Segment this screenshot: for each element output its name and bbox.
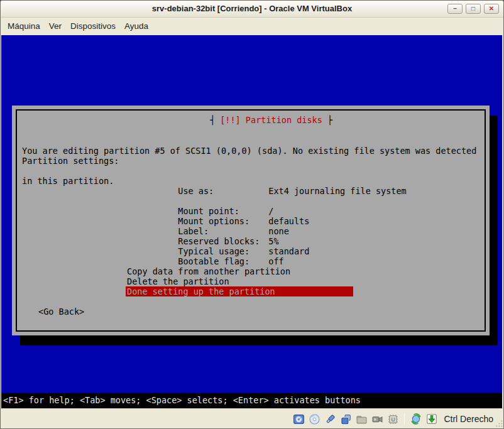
partition-disks-dialog: ┤[!!] Partition disks├ You are editing p… [12,106,490,335]
shared-folders-icon[interactable] [356,413,367,425]
action-copy-data[interactable]: Copy data from another partition [126,266,353,276]
title-right-tick: ├ [327,115,332,125]
partition-actions-list: Copy data from another partition Delete … [126,266,353,296]
maximize-button[interactable]: □ [466,4,481,14]
setting-mount-point[interactable]: Mount point:/ [127,196,407,206]
vm-screen[interactable]: ┤[!!] Partition disks├ You are editing p… [1,35,502,410]
dialog-title: ┤[!!] Partition disks├ [12,105,490,135]
setting-use-as[interactable]: Use as:Ext4 journaling file system [127,176,407,186]
menu-view[interactable]: Ver [45,19,66,33]
window-title: srv-debian-32bit [Corriendo] - Oracle VM… [1,4,503,13]
help-bar: <F1> for help; <Tab> moves; <Space> sele… [1,393,502,408]
partition-settings-heading: Partition settings: [22,156,119,166]
window-controls: – □ ✕ [447,4,499,14]
action-done-setting-up[interactable]: Done setting up the partition [126,286,353,296]
keyboard-capture-icon[interactable] [426,413,437,425]
hard-disk-icon[interactable] [293,413,304,425]
partition-settings-list: Use as:Ext4 journaling file system Mount… [127,176,407,256]
mouse-integration-icon[interactable] [410,413,422,425]
intro-line-1: You are editing partition #5 of SCSI1 (0… [22,146,476,156]
status-icons: U Ctrl Derecho [293,409,493,429]
host-key-label: Ctrl Derecho [444,414,493,424]
menu-devices[interactable]: Dispositivos [66,19,120,33]
optical-disc-icon[interactable] [309,413,320,425]
titlebar[interactable]: srv-debian-32bit [Corriendo] - Oracle VM… [1,1,503,18]
virtualbox-window: srv-debian-32bit [Corriendo] - Oracle VM… [0,0,504,429]
minimize-icon: – [453,6,457,12]
title-left-tick: ┤ [210,115,215,125]
go-back-button[interactable]: <Go Back> [38,307,84,317]
close-button[interactable]: ✕ [484,4,499,14]
statusbar: U Ctrl Derecho [1,408,504,428]
menu-machine[interactable]: Máquina [3,19,45,33]
video-capture-icon[interactable] [371,413,383,425]
menubar: Máquina Ver Dispositivos Ayuda [1,18,503,35]
maximize-icon: □ [471,6,475,12]
resize-grip[interactable] [495,419,503,427]
menu-help[interactable]: Ayuda [120,19,153,33]
usb-icon[interactable] [324,413,336,425]
virtualization-features-icon[interactable]: U [387,413,398,425]
minimize-button[interactable]: – [447,4,463,14]
network-icon[interactable] [340,413,351,425]
action-delete-partition[interactable]: Delete the partition [126,276,353,286]
statusbar-separator [404,413,405,425]
svg-text:U: U [391,416,395,422]
close-icon: ✕ [489,6,494,12]
dialog-title-text: [!!] Partition disks [215,115,327,125]
